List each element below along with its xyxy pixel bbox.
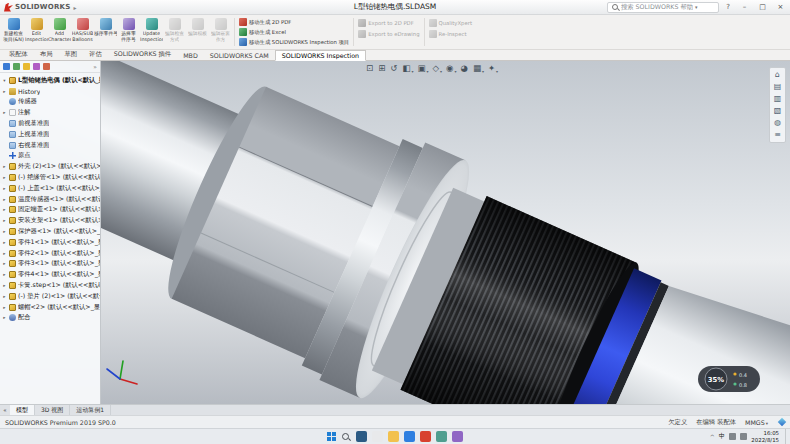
panel-overflow-icon[interactable]: »: [93, 63, 97, 70]
previous-view-icon[interactable]: ↺: [390, 63, 398, 74]
configurationmanager-tab-icon[interactable]: [23, 63, 30, 70]
expand-arrow-icon[interactable]: ▸: [2, 305, 7, 310]
feature-tree-item[interactable]: 右视基准面: [2, 140, 100, 151]
help-search-input[interactable]: 搜索 SOLIDWORKS 帮助 ▾: [607, 2, 719, 13]
ribbon-row-button[interactable]: 移动生成 SOLIDWORKS Inspection 项目: [239, 38, 349, 46]
help-button[interactable]: ?: [722, 3, 734, 11]
units-selector[interactable]: MMGS▾: [745, 419, 768, 426]
command-tab[interactable]: 草图: [58, 49, 83, 60]
start-button[interactable]: [327, 432, 336, 441]
ribbon-button[interactable]: 编辑模板: [186, 16, 209, 48]
tab-scroll-left-icon[interactable]: «: [0, 405, 10, 415]
expand-arrow-icon[interactable]: ▸: [2, 207, 7, 212]
feature-tree-item[interactable]: 传感器: [2, 97, 100, 108]
ribbon-row-button[interactable]: QualityXpert: [429, 18, 472, 27]
ribbon-row-button[interactable]: 移动生成 Excel: [239, 28, 349, 36]
maximize-button[interactable]: □: [755, 0, 770, 14]
design-library-icon[interactable]: ▤: [774, 83, 782, 91]
displaymanager-tab-icon[interactable]: [43, 63, 50, 70]
ribbon-row-button[interactable]: 移动生成 2D PDF: [239, 18, 349, 26]
ribbon-row-button[interactable]: Export to eDrawing: [358, 29, 419, 38]
tray-overflow-icon[interactable]: ^: [710, 433, 715, 440]
ribbon-button[interactable]: Update Inspection: [140, 16, 163, 48]
feature-tree-item[interactable]: ▸ History: [2, 86, 100, 97]
taskbar-search-button[interactable]: [341, 432, 351, 442]
ribbon-button[interactable]: 编辑检查 方式: [163, 16, 186, 48]
tag-gem-icon[interactable]: [778, 418, 786, 426]
app-menu-button[interactable]: SOLIDWORKS ▸: [0, 0, 80, 14]
custom-properties-icon[interactable]: ≡: [774, 131, 781, 139]
feature-tree-item[interactable]: ▸ (-) 垫片 (2)<1> (默认<<默认>_显: [2, 291, 100, 302]
feature-tree-item[interactable]: 前视基准面: [2, 118, 100, 129]
feature-tree-item[interactable]: ▸ 零件3<1> (默认<<默认>_显示状: [2, 259, 100, 270]
ribbon-row-button[interactable]: Export to 2D PDF: [358, 18, 419, 27]
expand-arrow-icon[interactable]: ▸: [2, 229, 7, 234]
feature-tree-item[interactable]: ▸ 零件2<1> (默认<<默认>_显示状: [2, 248, 100, 259]
document-tab[interactable]: 模型: [10, 405, 35, 415]
taskbar-app-icon[interactable]: [356, 431, 367, 442]
feature-tree-item[interactable]: ▸ 零件1<1> (默认<<默认>_显示状态: [2, 237, 100, 248]
dimxpertmanager-tab-icon[interactable]: [33, 63, 40, 70]
feature-tree-item[interactable]: ▸ (-) 上盖<1> (默认<<默认>_显示状: [2, 183, 100, 194]
expand-arrow-icon[interactable]: ▸: [2, 315, 7, 320]
appearances-icon[interactable]: ◍: [774, 119, 781, 127]
feature-tree-item[interactable]: 上视基准面: [2, 129, 100, 140]
ribbon-button[interactable]: 新建检查 项目(&N): [2, 16, 25, 48]
ribbon-button[interactable]: Edit Inspection: [25, 16, 48, 48]
feature-tree-item[interactable]: ▸ 保护器<1> (默认<<默认>_显示状: [2, 226, 100, 237]
display-style-icon[interactable]: ◇ ▾: [432, 63, 442, 74]
expand-arrow-icon[interactable]: ▸: [2, 197, 7, 202]
ribbon-button[interactable]: 移序零件号: [94, 16, 117, 48]
expand-arrow-icon[interactable]: ▸: [2, 294, 7, 299]
taskbar-app-icon[interactable]: [420, 431, 431, 442]
command-tab[interactable]: MBD: [177, 51, 204, 60]
propertymanager-tab-icon[interactable]: [13, 63, 20, 70]
feature-tree-item[interactable]: ▸ 温度传感器<1> (默认<<默认>_显: [2, 194, 100, 205]
section-view-icon[interactable]: ◧ ▾: [402, 63, 413, 74]
view-orientation-icon[interactable]: ▣ ▾: [417, 63, 428, 74]
zoom-fit-icon[interactable]: ⊡: [366, 63, 374, 74]
close-button[interactable]: ×: [773, 0, 788, 14]
minimize-button[interactable]: –: [737, 0, 752, 14]
ribbon-button[interactable]: 编辑嵌套 作方: [209, 16, 232, 48]
expand-arrow-icon[interactable]: ▸: [2, 251, 7, 256]
command-tab[interactable]: 布局: [34, 49, 59, 60]
command-tab[interactable]: SOLIDWORKS CAM: [204, 51, 275, 60]
feature-tree-item[interactable]: ▸ 注解: [2, 107, 100, 118]
feature-tree-item[interactable]: 原点: [2, 151, 100, 162]
expand-arrow-icon[interactable]: ▸: [2, 89, 7, 94]
expand-arrow-icon[interactable]: ▸: [2, 186, 7, 191]
command-tab[interactable]: 装配体: [3, 49, 34, 60]
expand-arrow-icon[interactable]: ▸: [2, 218, 7, 223]
ribbon-button[interactable]: Add Characteristic: [48, 16, 71, 48]
zoom-area-icon[interactable]: ⊞: [378, 63, 386, 74]
feature-tree-item[interactable]: ▸ (-) 绝缘管<1> (默认<<默认>_显示: [2, 172, 100, 183]
feature-tree-item[interactable]: ▸ 固定端盖<1> (默认<<默认>_显示: [2, 205, 100, 216]
expand-arrow-icon[interactable]: ▸: [2, 283, 7, 288]
command-tab[interactable]: SOLIDWORKS Inspection: [275, 50, 366, 61]
expand-arrow-icon[interactable]: ▸: [2, 164, 7, 169]
feature-tree-item[interactable]: ▸ 配合: [2, 313, 100, 324]
3d-model-canvas[interactable]: 35% 0.4 0.8: [0, 61, 790, 404]
feature-tree-item[interactable]: ▸ 卡簧.step<1> (默认<<默认>_显: [2, 280, 100, 291]
file-explorer-icon[interactable]: ▥: [774, 95, 782, 103]
expand-arrow-icon[interactable]: ▸: [2, 110, 7, 115]
expand-arrow-icon[interactable]: ▸: [2, 261, 7, 266]
feature-tree-item[interactable]: ▸ 安装支架<1> (默认<<默认>_显示: [2, 215, 100, 226]
ribbon-button[interactable]: 选择零 件序号: [117, 16, 140, 48]
expand-arrow-icon[interactable]: ▸: [2, 272, 7, 277]
ime-indicator[interactable]: 中: [719, 432, 726, 441]
feature-tree-item[interactable]: ▸ 外壳 (2)<1> (默认<<默认>_显示状: [2, 161, 100, 172]
network-icon[interactable]: [729, 433, 736, 440]
feature-tree-item[interactable]: ▸ 零件4<1> (默认<<默认>_显示状: [2, 269, 100, 280]
clock[interactable]: 16:05 2022/8/15: [751, 430, 779, 443]
search-scope-caret-icon[interactable]: ▾: [695, 4, 698, 10]
graphics-area[interactable]: 35% 0.4 0.8 ⊡ ⊞ ↺ ◧ ▾: [0, 61, 790, 404]
apply-scene-icon[interactable]: ▦ ▾: [473, 63, 484, 74]
view-palette-icon[interactable]: ▧: [774, 107, 782, 115]
expand-arrow-icon[interactable]: ▾: [2, 78, 7, 83]
solidworks-resources-icon[interactable]: ⌂: [775, 71, 780, 79]
feature-tree-root[interactable]: ▾ L型铂铑热电偶 (默认<默认_显示状态-1: [2, 75, 100, 86]
view-settings-icon[interactable]: ✦ ▾: [488, 63, 498, 74]
volume-icon[interactable]: [740, 433, 747, 440]
